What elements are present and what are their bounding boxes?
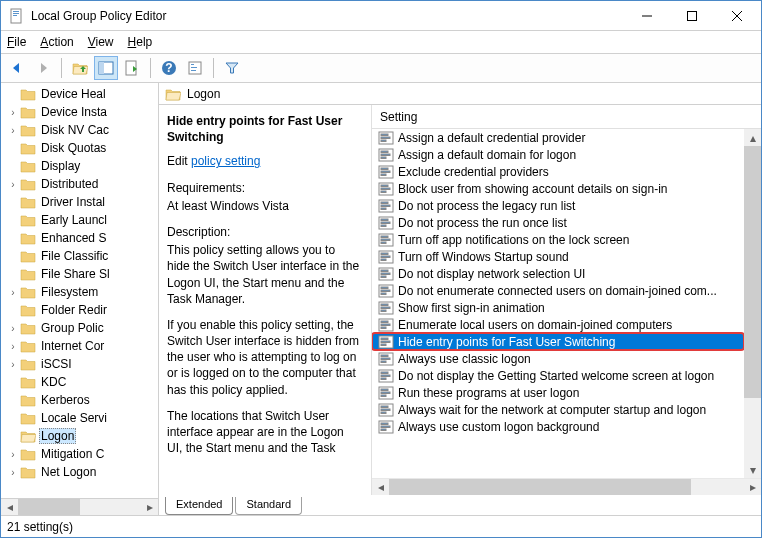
folder-icon [20, 375, 36, 389]
setting-row[interactable]: Always use classic logon [372, 350, 744, 367]
tree-item-label: Mitigation C [39, 447, 106, 461]
svg-rect-13 [99, 62, 104, 74]
expand-icon[interactable]: › [7, 323, 19, 334]
tree-item[interactable]: Early Launcl [7, 211, 158, 229]
setting-row[interactable]: Do not display network selection UI [372, 265, 744, 282]
minimize-button[interactable] [624, 2, 669, 30]
tree-item[interactable]: KDC [7, 373, 158, 391]
setting-row[interactable]: Always use custom logon background [372, 418, 744, 435]
scroll-down-icon[interactable]: ▾ [744, 461, 761, 478]
scroll-up-icon[interactable]: ▴ [744, 129, 761, 146]
tree-item-label: File Share Sl [39, 267, 112, 281]
setting-label: Block user from showing account details … [398, 182, 667, 196]
filter-button[interactable] [220, 56, 244, 80]
svg-rect-20 [191, 70, 196, 71]
menu-help[interactable]: Help [128, 35, 153, 49]
settings-hscrollbar[interactable]: ◂ ▸ [372, 478, 761, 495]
tree-item[interactable]: ›Filesystem [7, 283, 158, 301]
tree-item[interactable]: Enhanced S [7, 229, 158, 247]
tree-item[interactable]: Logon [7, 427, 158, 445]
expand-icon[interactable]: › [7, 107, 19, 118]
tree-item[interactable]: ›Mitigation C [7, 445, 158, 463]
tree-item[interactable]: Locale Servi [7, 409, 158, 427]
setting-row[interactable]: Hide entry points for Fast User Switchin… [372, 333, 744, 350]
tree-item[interactable]: ›Device Insta [7, 103, 158, 121]
tree-item[interactable]: File Share Sl [7, 265, 158, 283]
tree-item[interactable]: Device Heal [7, 85, 158, 103]
tree-item[interactable]: Driver Instal [7, 193, 158, 211]
toolbar: ? [1, 53, 761, 83]
tree-item[interactable]: Folder Redir [7, 301, 158, 319]
scroll-right-icon[interactable]: ▸ [744, 479, 761, 495]
edit-policy-link[interactable]: policy setting [191, 154, 260, 168]
setting-row[interactable]: Run these programs at user logon [372, 384, 744, 401]
tree-item-label: Net Logon [39, 465, 98, 479]
folder-icon [20, 411, 36, 425]
settings-pane: Setting Assign a default credential prov… [371, 105, 761, 495]
up-button[interactable] [68, 56, 92, 80]
tree-item[interactable]: Display [7, 157, 158, 175]
setting-label: Do not display the Getting Started welco… [398, 369, 714, 383]
settings-column-header[interactable]: Setting [372, 105, 761, 129]
menu-file[interactable]: File [7, 35, 26, 49]
show-tree-button[interactable] [94, 56, 118, 80]
setting-row[interactable]: Turn off app notifications on the lock s… [372, 231, 744, 248]
tree-item[interactable]: File Classific [7, 247, 158, 265]
setting-row[interactable]: Do not enumerate connected users on doma… [372, 282, 744, 299]
help-button[interactable]: ? [157, 56, 181, 80]
menu-action[interactable]: Action [40, 35, 73, 49]
expand-icon[interactable]: › [7, 467, 19, 478]
forward-button[interactable] [31, 56, 55, 80]
scroll-thumb[interactable] [18, 499, 80, 516]
scroll-right-icon[interactable]: ▸ [141, 499, 158, 516]
tree-hscrollbar[interactable]: ◂ ▸ [1, 498, 158, 515]
setting-row[interactable]: Assign a default domain for logon [372, 146, 744, 163]
tab-extended[interactable]: Extended [165, 497, 233, 515]
tree-item[interactable]: ›Group Polic [7, 319, 158, 337]
menu-view[interactable]: View [88, 35, 114, 49]
setting-row[interactable]: Enumerate local users on domain-joined c… [372, 316, 744, 333]
tree-item[interactable]: ›Internet Cor [7, 337, 158, 355]
scroll-left-icon[interactable]: ◂ [1, 499, 18, 516]
settings-list[interactable]: Assign a default credential providerAssi… [372, 129, 744, 435]
tree-item[interactable]: ›Distributed [7, 175, 158, 193]
policy-icon [378, 216, 394, 230]
expand-icon[interactable]: › [7, 341, 19, 352]
scroll-thumb[interactable] [389, 479, 691, 495]
setting-row[interactable]: Turn off Windows Startup sound [372, 248, 744, 265]
expand-icon[interactable]: › [7, 287, 19, 298]
expand-icon[interactable]: › [7, 125, 19, 136]
tree-item[interactable]: ›iSCSI [7, 355, 158, 373]
expand-icon[interactable]: › [7, 359, 19, 370]
tree-item[interactable]: Disk Quotas [7, 139, 158, 157]
setting-row[interactable]: Always wait for the network at computer … [372, 401, 744, 418]
folder-icon [20, 285, 36, 299]
setting-row[interactable]: Block user from showing account details … [372, 180, 744, 197]
tree-item-label: Disk Quotas [39, 141, 108, 155]
scroll-thumb[interactable] [744, 146, 761, 398]
tree-item-label: Distributed [39, 177, 100, 191]
policy-icon [378, 284, 394, 298]
maximize-button[interactable] [669, 2, 714, 30]
close-button[interactable] [714, 2, 759, 30]
scroll-left-icon[interactable]: ◂ [372, 479, 389, 495]
setting-row[interactable]: Show first sign-in animation [372, 299, 744, 316]
tab-standard[interactable]: Standard [235, 497, 302, 515]
settings-vscrollbar[interactable]: ▴ ▾ [744, 129, 761, 478]
properties-button[interactable] [183, 56, 207, 80]
setting-row[interactable]: Do not display the Getting Started welco… [372, 367, 744, 384]
setting-label: Do not enumerate connected users on doma… [398, 284, 717, 298]
svg-rect-5 [13, 11, 19, 12]
setting-row[interactable]: Do not process the run once list [372, 214, 744, 231]
setting-row[interactable]: Do not process the legacy run list [372, 197, 744, 214]
setting-row[interactable]: Exclude credential providers [372, 163, 744, 180]
tree-item[interactable]: ›Net Logon [7, 463, 158, 481]
setting-row[interactable]: Assign a default credential provider [372, 129, 744, 146]
tree[interactable]: Device Heal›Device Insta›Disk NV CacDisk… [1, 83, 158, 483]
back-button[interactable] [5, 56, 29, 80]
expand-icon[interactable]: › [7, 179, 19, 190]
tree-item[interactable]: ›Disk NV Cac [7, 121, 158, 139]
tree-item[interactable]: Kerberos [7, 391, 158, 409]
expand-icon[interactable]: › [7, 449, 19, 460]
export-button[interactable] [120, 56, 144, 80]
